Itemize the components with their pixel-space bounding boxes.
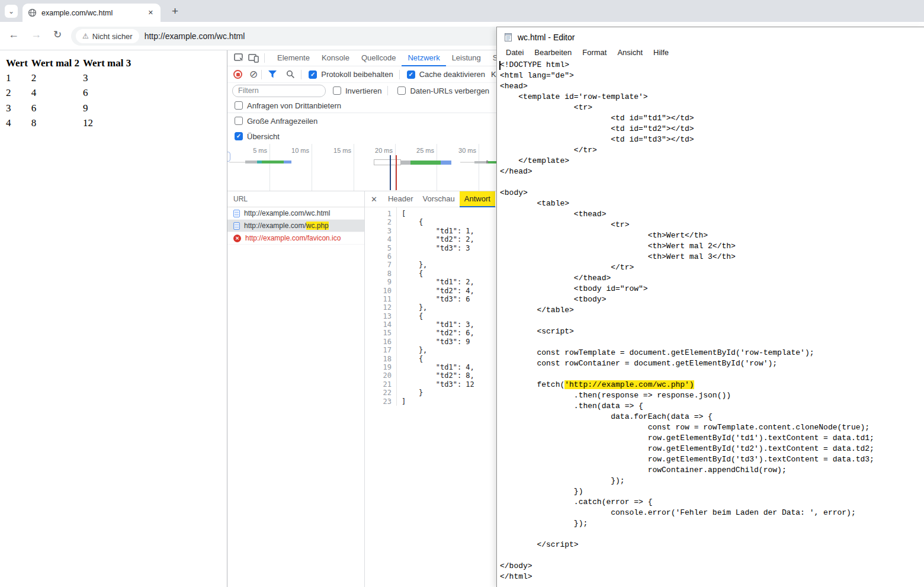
page-table-cell: 6 — [30, 101, 81, 115]
waterfall-bar-wc-html — [229, 161, 291, 163]
line-number: 5 — [365, 244, 392, 252]
request-url: http://example.com/favicon.ico — [245, 234, 341, 242]
big-request-rows-label: Große Anfragezeilen — [247, 117, 317, 126]
devtools-tab-konsole[interactable]: Konsole — [316, 50, 355, 66]
gridline — [437, 144, 437, 191]
preserve-log-checkbox[interactable]: ✓ — [309, 70, 317, 79]
back-icon[interactable]: ← — [8, 28, 19, 41]
third-party-checkbox[interactable]: ✓ — [235, 101, 243, 110]
editor-titlebar[interactable]: wc.html - Editor — [497, 27, 924, 47]
devtools-tab-quellcode[interactable]: Quellcode — [355, 50, 402, 66]
close-icon[interactable]: ✕ — [371, 195, 377, 204]
response-tab-vorschau[interactable]: Vorschau — [418, 191, 460, 207]
menu-hilfe[interactable]: Hilfe — [648, 47, 674, 59]
code-line: "td1": 4, — [402, 363, 474, 371]
code-line: { — [402, 355, 474, 363]
gridline — [354, 144, 354, 191]
menu-ansicht[interactable]: Ansicht — [612, 47, 648, 59]
code-line: "td2": 8, — [402, 371, 474, 380]
tab-title: example.com/wc.html — [41, 9, 142, 17]
line-number: 21 — [365, 380, 392, 389]
code-line: } — [402, 389, 474, 397]
code-line: "td2": 2, — [402, 235, 474, 243]
error-icon: ✕ — [233, 235, 241, 242]
editor-text-area[interactable]: <!DOCTYPE html> <html lang="de"> <head> … — [497, 59, 924, 587]
line-number: 23 — [365, 397, 392, 406]
line-number: 15 — [365, 329, 392, 337]
hide-data-urls-checkbox[interactable]: ✓ — [397, 86, 406, 95]
request-url: http://example.com/wc.html — [244, 209, 330, 217]
network-filter-input[interactable] — [232, 85, 326, 97]
tab-search-button[interactable]: ⌄ — [5, 5, 18, 18]
search-icon[interactable] — [283, 68, 297, 82]
divider — [387, 86, 388, 95]
text-caret — [499, 61, 500, 70]
request-list: http://example.com/wc.htmlhttp://example… — [227, 207, 364, 245]
page-table-header-row: WertWert mal 2Wert mal 3 — [5, 57, 132, 70]
line-number: 22 — [365, 389, 392, 397]
code-line: { — [402, 218, 474, 226]
menu-bearbeiten[interactable]: Bearbeiten — [529, 47, 577, 59]
page-table-header: Wert — [5, 57, 29, 70]
code-line: "td1": 3, — [402, 320, 474, 329]
browser-tab[interactable]: example.com/wc.html ✕ — [23, 4, 161, 22]
line-number: 3 — [365, 227, 392, 235]
gridline — [312, 144, 312, 191]
clear-network-log-icon[interactable]: ⊘ — [249, 69, 258, 79]
url-text[interactable]: http://example.com/wc.html — [145, 31, 245, 41]
security-badge[interactable]: ⚠ Nicht sicher — [76, 29, 139, 43]
line-number: 11 — [365, 295, 392, 303]
devtools-tab-elemente[interactable]: Elemente — [271, 50, 316, 66]
record-network-log-icon[interactable] — [233, 70, 242, 79]
page-table-cell: 2 — [30, 71, 81, 85]
page-table-cell: 3 — [5, 101, 29, 115]
tick-label: 15 ms — [317, 147, 351, 154]
page-table-row: 246 — [5, 86, 132, 100]
code-line: "td1": 2, — [402, 278, 474, 286]
line-number: 9 — [365, 278, 392, 286]
page-content: WertWert mal 2Wert mal 31232463694812 — [0, 50, 227, 587]
devtools-tab-leistung[interactable]: Leistung — [446, 50, 487, 66]
editor-window[interactable]: wc.html - Editor DateiBearbeitenFormatAn… — [496, 27, 924, 587]
overview-checkbox[interactable]: ✓ — [235, 132, 243, 140]
request-row[interactable]: http://example.com/wc.html — [227, 207, 364, 220]
device-toolbar-icon[interactable] — [246, 51, 261, 65]
globe-favicon-icon — [28, 8, 37, 17]
line-number: 8 — [365, 270, 392, 278]
page-table-cell: 8 — [30, 116, 81, 130]
big-request-rows-checkbox[interactable]: ✓ — [235, 117, 243, 125]
disable-cache-label: Cache deaktivieren — [419, 70, 485, 79]
request-row[interactable]: ✕http://example.com/favicon.ico — [227, 232, 364, 245]
load-event-marker — [396, 155, 397, 190]
page-table-cell: 12 — [82, 116, 132, 130]
code-line: "td2": 4, — [402, 287, 474, 295]
response-gutter: 1234567891011121314151617181920212223 — [365, 207, 397, 406]
invert-label: Invertieren — [345, 86, 381, 95]
disable-cache-checkbox[interactable]: ✓ — [407, 70, 415, 79]
code-line: [ — [402, 210, 474, 218]
response-tab-header[interactable]: Header — [383, 191, 418, 207]
browser-tab-strip: ⌄ example.com/wc.html ✕ + — [0, 0, 924, 22]
search-highlight: wc.php — [306, 222, 329, 230]
url-column-header[interactable]: URL — [227, 191, 364, 207]
hide-data-urls-label: Daten-URLs verbergen — [410, 86, 489, 95]
divider — [399, 70, 400, 79]
divider — [264, 53, 265, 63]
check-icon: ✓ — [310, 72, 315, 78]
code-line: "td3": 6 — [402, 295, 474, 303]
invert-checkbox[interactable]: ✓ — [333, 86, 341, 95]
menu-datei[interactable]: Datei — [500, 47, 529, 59]
security-badge-label: Nicht sicher — [92, 32, 133, 41]
request-row[interactable]: http://example.com/wc.php — [227, 220, 364, 232]
check-icon: ✓ — [408, 72, 413, 78]
code-line: "td3": 12 — [402, 380, 474, 389]
menu-format[interactable]: Format — [577, 47, 612, 59]
response-tab-antwort[interactable]: Antwort — [460, 191, 495, 207]
reload-icon[interactable]: ↻ — [53, 28, 62, 41]
inspect-element-icon[interactable] — [232, 51, 246, 65]
close-tab-icon[interactable]: ✕ — [146, 8, 155, 18]
devtools-tab-netzwerk[interactable]: Netzwerk — [402, 50, 445, 66]
filter-funnel-icon[interactable] — [265, 68, 280, 82]
new-tab-button[interactable]: + — [168, 4, 182, 19]
code-line: { — [402, 270, 474, 278]
